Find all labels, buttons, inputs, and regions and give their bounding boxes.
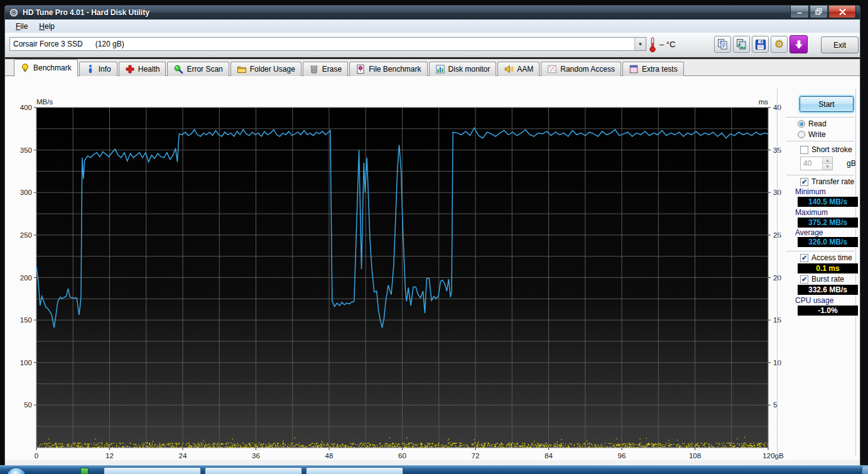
short-stroke-checkbox[interactable]: Short stroke bbox=[800, 145, 852, 154]
maximum-label: Maximum bbox=[795, 208, 828, 217]
read-radio[interactable]: Read bbox=[798, 119, 827, 128]
short-stroke-size-stepper[interactable]: 40 ▲ ▼ bbox=[800, 157, 833, 170]
tab-folder-usage[interactable]: Folder Usage bbox=[231, 62, 301, 76]
radio-unselected-icon bbox=[798, 131, 805, 138]
stepper-up-icon[interactable]: ▲ bbox=[823, 157, 832, 164]
svg-text:24: 24 bbox=[179, 452, 187, 460]
disk-monitor-icon bbox=[435, 64, 445, 74]
access-time-value: 0.1 ms bbox=[798, 263, 858, 273]
close-button[interactable] bbox=[828, 6, 856, 18]
aam-icon bbox=[504, 64, 514, 74]
save-button[interactable] bbox=[752, 36, 769, 53]
benchmark-page: 4003503002502001501005040353025201510501… bbox=[5, 76, 860, 460]
svg-text:400: 400 bbox=[20, 104, 32, 111]
start-button[interactable]: Start bbox=[800, 96, 854, 112]
tray-app-icon[interactable] bbox=[80, 468, 89, 474]
copy-text-button[interactable] bbox=[714, 36, 731, 53]
average-label: Average bbox=[795, 228, 823, 237]
chevron-down-icon[interactable]: ▼ bbox=[634, 38, 646, 50]
taskbar-button[interactable] bbox=[306, 467, 403, 474]
exit-button[interactable]: Exit bbox=[821, 36, 859, 53]
random-access-icon bbox=[547, 64, 557, 74]
radio-selected-icon bbox=[798, 120, 805, 128]
transfer-rate-checkbox[interactable]: ✔ Transfer rate bbox=[800, 177, 854, 186]
copy-image-icon bbox=[735, 38, 747, 50]
update-button[interactable] bbox=[789, 35, 808, 53]
health-icon bbox=[125, 64, 135, 74]
tab-label: File Benchmark bbox=[369, 65, 421, 74]
checkbox-checked-icon: ✔ bbox=[800, 254, 808, 262]
tab-health[interactable]: Health bbox=[119, 62, 166, 76]
svg-text:250: 250 bbox=[20, 231, 32, 239]
show-desktop-button[interactable] bbox=[862, 466, 868, 474]
tab-bar: BenchmarkInfoHealthError ScanFolder Usag… bbox=[5, 59, 860, 76]
checkbox-checked-icon: ✔ bbox=[800, 178, 808, 186]
tab-info[interactable]: Info bbox=[79, 62, 117, 76]
svg-text:300: 300 bbox=[20, 189, 32, 196]
tab-label: Folder Usage bbox=[250, 65, 295, 74]
tab-extra-tests[interactable]: Extra tests bbox=[622, 62, 684, 76]
thermometer-icon bbox=[648, 36, 657, 53]
save-icon bbox=[755, 39, 766, 50]
results-panel: Start Read Write Short stroke 40 bbox=[781, 92, 860, 460]
svg-text:ms: ms bbox=[759, 98, 769, 106]
download-arrow-icon bbox=[793, 39, 805, 50]
windows-taskbar bbox=[0, 465, 868, 474]
error-scan-icon bbox=[173, 64, 183, 74]
svg-text:12: 12 bbox=[106, 452, 114, 460]
tab-benchmark[interactable]: Benchmark bbox=[14, 59, 78, 77]
restore-icon bbox=[815, 8, 822, 15]
panel-divider-left bbox=[777, 89, 779, 456]
cpu-usage-label: CPU usage bbox=[795, 296, 833, 305]
minimum-value: 140.5 MB/s bbox=[798, 197, 858, 207]
temperature-readout: – °C bbox=[659, 40, 675, 49]
restore-button[interactable] bbox=[810, 6, 828, 18]
drive-select-combobox[interactable]: Corsair Force 3 SSD (120 gB) ▼ bbox=[9, 37, 646, 51]
tools-icon: ⚙ bbox=[774, 39, 784, 50]
close-icon bbox=[839, 9, 846, 15]
tab-label: Random Access bbox=[560, 65, 615, 74]
drive-select-value: Corsair Force 3 SSD (120 gB) bbox=[10, 40, 634, 48]
short-stroke-unit: gB bbox=[847, 159, 856, 168]
file-benchmark-icon bbox=[355, 64, 366, 74]
copy-image-button[interactable] bbox=[733, 36, 750, 53]
tab-label: AAM bbox=[517, 65, 533, 74]
svg-text:96: 96 bbox=[618, 452, 626, 460]
svg-text:36: 36 bbox=[252, 452, 260, 460]
hd-tune-window: HD Tune Pro 4.01 - Hard Disk Utility bbox=[4, 5, 860, 465]
tab-label: Error Scan bbox=[187, 65, 222, 74]
menu-file[interactable]: File bbox=[10, 21, 33, 32]
svg-text:200: 200 bbox=[20, 274, 32, 282]
burst-rate-checkbox[interactable]: ✔ Burst rate bbox=[800, 275, 844, 284]
svg-text:50: 50 bbox=[24, 401, 32, 409]
taskbar-button[interactable] bbox=[104, 467, 201, 474]
extra-tests-icon bbox=[629, 64, 639, 74]
tab-label: Benchmark bbox=[33, 63, 72, 72]
stepper-down-icon[interactable]: ▼ bbox=[823, 164, 832, 170]
window-title: HD Tune Pro 4.01 - Hard Disk Utility bbox=[23, 8, 149, 17]
title-bar[interactable]: HD Tune Pro 4.01 - Hard Disk Utility bbox=[5, 6, 860, 19]
taskbar-button[interactable] bbox=[205, 467, 302, 474]
svg-text:350: 350 bbox=[20, 146, 32, 154]
tab-label: Info bbox=[99, 65, 111, 74]
start-orb[interactable] bbox=[6, 467, 26, 474]
tab-label: Erase bbox=[322, 65, 342, 74]
options-button[interactable]: ⚙ bbox=[771, 36, 788, 53]
tab-file-benchmark[interactable]: File Benchmark bbox=[349, 62, 427, 76]
tab-random-access[interactable]: Random Access bbox=[541, 62, 621, 76]
menu-bar: File Help bbox=[5, 19, 860, 33]
checkbox-checked-icon: ✔ bbox=[800, 275, 808, 284]
svg-text:84: 84 bbox=[545, 452, 553, 460]
write-radio[interactable]: Write bbox=[798, 130, 826, 139]
access-time-checkbox[interactable]: ✔ Access time bbox=[800, 253, 852, 262]
svg-text:60: 60 bbox=[398, 452, 406, 460]
erase-icon bbox=[309, 64, 319, 74]
tab-aam[interactable]: AAM bbox=[497, 62, 540, 76]
minimize-button[interactable] bbox=[790, 6, 809, 18]
tab-erase[interactable]: Erase bbox=[303, 62, 348, 76]
tab-disk-monitor[interactable]: Disk monitor bbox=[429, 62, 497, 76]
tab-error-scan[interactable]: Error Scan bbox=[167, 62, 229, 76]
burst-rate-value: 332.6 MB/s bbox=[798, 285, 858, 295]
svg-text:100: 100 bbox=[20, 359, 32, 367]
menu-help[interactable]: Help bbox=[33, 21, 60, 32]
